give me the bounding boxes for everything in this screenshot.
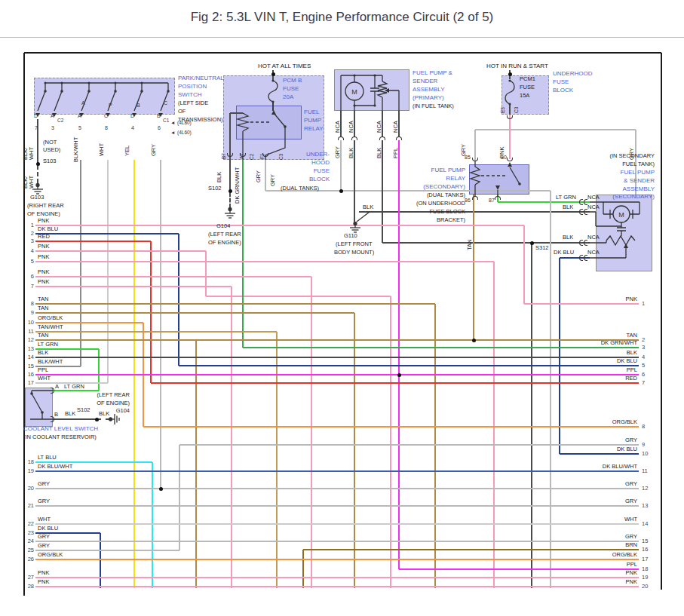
relay-switch xyxy=(265,113,285,160)
circuit-symbols: M M xyxy=(0,0,684,616)
resistor xyxy=(590,236,635,245)
relay-switch xyxy=(498,167,520,197)
capacitor xyxy=(370,88,379,91)
switch-blade xyxy=(38,83,45,111)
fuse-symbol xyxy=(268,81,278,102)
capacitor xyxy=(617,228,626,231)
wiring-diagram-page: Fig 2: 5.3L VIN T, Engine Performance Ci… xyxy=(0,0,684,616)
relay-coil xyxy=(471,161,480,197)
contact-arrow xyxy=(271,110,276,115)
resistor xyxy=(378,81,387,111)
svg-text:M: M xyxy=(351,88,357,96)
fuse-symbol xyxy=(505,81,514,104)
svg-text:M: M xyxy=(618,211,624,219)
relay-coil xyxy=(238,113,248,160)
switch-blade xyxy=(30,391,53,419)
